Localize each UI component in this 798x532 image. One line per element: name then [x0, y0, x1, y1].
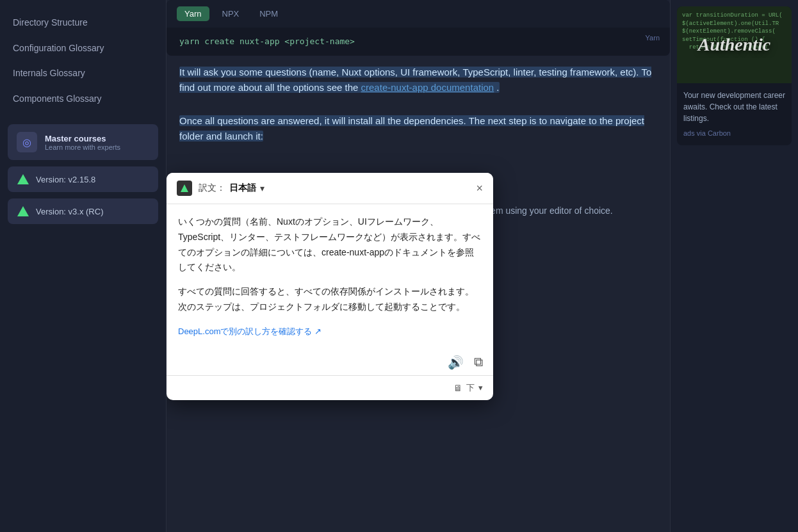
sidebar-nav: Directory Structure Configuration Glossa… — [0, 10, 166, 111]
popup-actions: 🔊 ⧉ — [167, 350, 493, 375]
ad-credit: ads via Carbon — [683, 128, 785, 139]
paragraph-1-after: . — [494, 82, 499, 93]
code-body: Yarn yarn create nuxt-app <project-name> — [167, 28, 670, 56]
version-v2-card[interactable]: Version: v2.15.8 — [8, 166, 158, 192]
right-sidebar: var transitionDuration = URL( $(activeEl… — [670, 0, 798, 532]
deepl-logo-icon — [177, 181, 192, 196]
monitor-icon: 🖥 — [453, 383, 462, 393]
code-block-yarn: Yarn NPX NPM Yarn yarn create nuxt-app <… — [167, 0, 670, 56]
content-paragraphs: It will ask you some questions (name, Nu… — [167, 56, 670, 153]
main-content: Yarn NPX NPM Yarn yarn create nuxt-app <… — [167, 0, 670, 532]
paragraph-1: It will ask you some questions (name, Nu… — [179, 56, 657, 104]
code-text: yarn create nuxt-app <project-name> — [179, 36, 355, 46]
translation-language: 日本語 — [229, 182, 256, 194]
translated-paragraph-2: すべての質問に回答すると、すべての依存関係がインストールされます。次のステップは… — [178, 284, 482, 315]
sidebar-item-configuration-glossary[interactable]: Configuration Glossary — [0, 36, 166, 61]
tab-npm[interactable]: NPM — [252, 6, 286, 21]
footer-chevron-icon: ▾ — [478, 383, 483, 392]
master-courses-icon: ◎ — [17, 132, 37, 152]
ad-image: var transitionDuration = URL( $(activeEl… — [677, 6, 792, 83]
popup-overlay: 訳文： 日本語 ▾ × いくつかの質問（名前、Nuxtのオプション、UIフレーム… — [167, 166, 670, 532]
popup-footer-dropdown[interactable]: 🖥 下 ▾ — [453, 382, 483, 394]
code-label-yarn: Yarn — [646, 34, 660, 42]
translated-paragraph-1: いくつかの質問（名前、Nuxtのオプション、UIフレームワーク、TypeScri… — [178, 214, 482, 275]
chevron-down-icon[interactable]: ▾ — [260, 183, 265, 193]
external-link-icon: ↗ — [314, 325, 322, 339]
paragraph-2: Once all questions are answered, it will… — [179, 104, 657, 153]
code-tabs: Yarn NPX NPM — [167, 0, 670, 28]
ad-card: var transitionDuration = URL( $(activeEl… — [677, 6, 792, 145]
paragraph-2-highlighted: Once all questions are answered, it will… — [179, 115, 644, 141]
ad-description: Your new development career awaits. Chec… — [683, 91, 785, 123]
footer-label: 下 — [466, 382, 475, 394]
version-v2-label: Version: v2.15.8 — [36, 175, 95, 184]
paragraph-1-highlighted: It will ask you some questions (name, Nu… — [179, 67, 651, 93]
create-nuxt-app-link[interactable]: create-nuxt-app documentation — [361, 82, 494, 93]
nuxt-icon-v3 — [17, 205, 29, 218]
master-courses-card[interactable]: ◎ Master courses Learn more with experts — [8, 124, 158, 160]
popup-header: 訳文： 日本語 ▾ × — [167, 173, 493, 204]
sidebar: Directory Structure Configuration Glossa… — [0, 0, 167, 532]
popup-title: 訳文： 日本語 ▾ — [199, 182, 265, 194]
sidebar-item-internals-glossary[interactable]: Internals Glossary — [0, 61, 166, 86]
deepl-logo-triangle — [181, 184, 188, 192]
sidebar-item-components-glossary[interactable]: Components Glossary — [0, 86, 166, 112]
nuxt-icon-v2 — [17, 173, 29, 186]
sidebar-item-directory-structure[interactable]: Directory Structure — [0, 10, 166, 36]
tab-npx[interactable]: NPX — [215, 6, 247, 21]
translation-popup: 訳文： 日本語 ▾ × いくつかの質問（名前、Nuxtのオプション、UIフレーム… — [167, 173, 493, 400]
translation-label: 訳文： — [199, 182, 225, 194]
popup-close-button[interactable]: × — [476, 182, 483, 194]
popup-footer: 🖥 下 ▾ — [167, 375, 493, 400]
popup-body: いくつかの質問（名前、Nuxtのオプション、UIフレームワーク、TypeScri… — [167, 204, 493, 350]
master-courses-title: Master courses — [45, 134, 120, 143]
sidebar-cards: ◎ Master courses Learn more with experts… — [0, 124, 166, 224]
audio-icon[interactable]: 🔊 — [448, 355, 464, 370]
ad-overlay-text: Authentic — [698, 35, 771, 55]
deepl-external-link[interactable]: DeepL.comで別の訳し方を確認する ↗ — [178, 325, 322, 339]
version-v3-card[interactable]: Version: v3.x (RC) — [8, 198, 158, 224]
master-courses-subtitle: Learn more with experts — [45, 143, 120, 151]
tab-yarn[interactable]: Yarn — [177, 6, 209, 21]
copy-icon[interactable]: ⧉ — [474, 355, 483, 369]
ad-body-text: Your new development career awaits. Chec… — [677, 83, 792, 145]
version-v3-label: Version: v3.x (RC) — [36, 207, 103, 216]
